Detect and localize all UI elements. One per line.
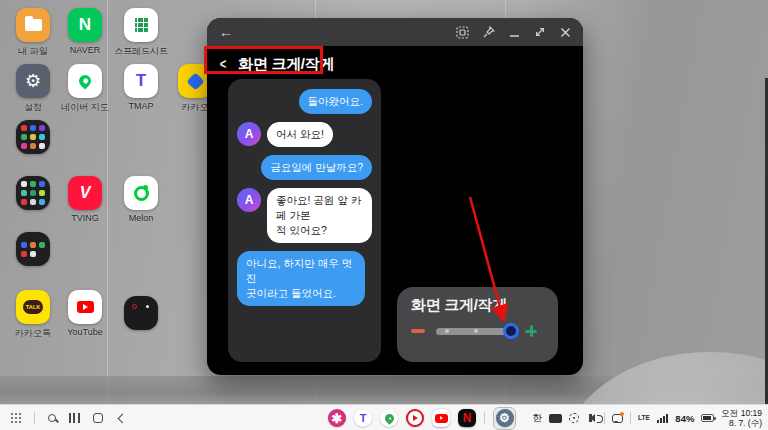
settings-gear-icon: ⚙ <box>496 409 514 427</box>
taskbar-settings-active[interactable]: ⚙ <box>493 407 516 430</box>
chat-row-received: A 어서 와요! <box>237 122 372 147</box>
divider <box>34 412 35 424</box>
taskbar: ✱ T N ⚙ 한 LTE 84% 오전 10:19 8. <box>0 404 768 430</box>
battery-percent: 84% <box>675 413 694 424</box>
desktop: 내 파일 N NAVER 스프레드시트 ⚙ 설정 네이버 지도 T TMAP 카… <box>0 0 768 430</box>
signal-bars-icon <box>657 414 669 423</box>
panel-title: 화면 크게/작게 <box>411 296 544 315</box>
desktop-icon-tmap[interactable]: T TMAP <box>113 64 169 111</box>
plus-icon[interactable] <box>525 325 537 337</box>
naver-icon: N <box>68 8 102 42</box>
sheets-icon <box>124 8 158 42</box>
taskbar-red-play-app-icon[interactable] <box>406 409 424 427</box>
tmap-icon: T <box>124 64 158 98</box>
desktop-icon-settings[interactable]: ⚙ 설정 <box>5 64 61 114</box>
popup-view-icon[interactable] <box>456 26 469 39</box>
network-type-indicator: LTE <box>638 415 650 421</box>
chat-bubble-sent: 금요일에 만날까요? <box>261 155 372 180</box>
icon-label: 내 파일 <box>18 45 48 58</box>
maximize-icon[interactable] <box>534 26 546 38</box>
chat-row-received: A 좋아요! 공원 앞 카페 가본 적 있어요? <box>237 188 372 243</box>
minimize-icon[interactable] <box>509 27 520 38</box>
icon-label: TVING <box>71 213 99 223</box>
desktop-icon-kakaotalk[interactable]: TALK 카카오톡 <box>5 290 61 340</box>
desktop-icon-melon[interactable]: Melon <box>113 176 169 223</box>
divider <box>604 412 605 424</box>
notification-bubble-icon[interactable] <box>612 414 623 423</box>
slider-handle[interactable] <box>503 323 519 339</box>
settings-icon: ⚙ <box>16 64 50 98</box>
minus-icon[interactable] <box>411 329 425 333</box>
icon-label: YouTube <box>67 327 102 337</box>
icon-label: 카카오톡 <box>15 327 51 340</box>
clock[interactable]: 오전 10:19 8. 7. (수) <box>721 408 762 428</box>
taskbar-youtube-icon[interactable] <box>432 409 450 427</box>
battery-icon <box>701 414 714 422</box>
speaker-icon[interactable] <box>586 414 595 422</box>
taskbar-flower-app-icon[interactable]: ✱ <box>328 409 346 427</box>
desktop-icon-youtube[interactable]: YouTube <box>57 290 113 337</box>
taskbar-maps-icon[interactable] <box>380 409 398 427</box>
home-icon[interactable] <box>93 413 103 423</box>
desktop-app-folder-3[interactable] <box>5 232 61 266</box>
kakaotalk-icon: TALK <box>16 290 50 324</box>
avatar: A <box>237 188 261 212</box>
app-folder-icon <box>16 232 50 266</box>
icon-label: Melon <box>129 213 154 223</box>
screen-zoom-panel: 화면 크게/작게 <box>397 287 558 362</box>
icon-label: 설정 <box>24 101 42 114</box>
taskbar-tmap-icon[interactable]: T <box>354 409 372 427</box>
dark-app-icon <box>124 296 158 330</box>
desktop-app-folder-1[interactable] <box>5 120 61 154</box>
pin-icon[interactable] <box>483 26 495 38</box>
chat-bubble-received: 좋아요! 공원 앞 카페 가본 적 있어요? <box>267 188 372 243</box>
date-label: 8. 7. (수) <box>721 418 762 428</box>
desktop-icon-dark-app[interactable] <box>113 296 169 330</box>
melon-icon <box>124 176 158 210</box>
desktop-icon-tving[interactable]: V TVING <box>57 176 113 223</box>
taskbar-netflix-icon[interactable]: N <box>458 409 476 427</box>
desktop-icon-naver-map[interactable]: 네이버 지도 <box>57 64 113 114</box>
divider <box>484 412 485 424</box>
tving-icon: V <box>68 176 102 210</box>
desktop-icon-my-files[interactable]: 내 파일 <box>5 8 61 58</box>
titlebar-back-button[interactable]: ← <box>219 24 233 40</box>
chat-bubble-sent: 아니요, 하지만 매우 멋진 곳이라고 들었어요. <box>237 251 365 306</box>
slider-tick <box>445 329 449 333</box>
smart-view-icon[interactable] <box>569 413 579 423</box>
youtube-icon <box>68 290 102 324</box>
icon-label: TMAP <box>128 101 153 111</box>
my-files-icon <box>16 8 50 42</box>
time-label: 오전 10:19 <box>721 408 762 418</box>
desktop-app-folder-2[interactable] <box>5 176 61 210</box>
language-indicator[interactable]: 한 <box>532 412 542 425</box>
recent-apps-icon[interactable] <box>69 413 79 423</box>
search-icon[interactable] <box>48 414 56 422</box>
desktop-icon-naver[interactable]: N NAVER <box>57 8 113 55</box>
back-icon[interactable] <box>116 415 126 422</box>
app-folder-icon <box>16 176 50 210</box>
icon-label: 카카오 <box>182 101 209 114</box>
naver-map-icon <box>68 64 102 98</box>
close-icon[interactable] <box>560 27 571 38</box>
avatar: A <box>237 122 261 146</box>
icon-label: 스프레드시트 <box>114 45 168 58</box>
zoom-slider[interactable] <box>436 328 514 335</box>
keyboard-icon[interactable] <box>549 414 562 423</box>
icon-label: NAVER <box>70 45 100 55</box>
divider <box>630 412 631 424</box>
chat-preview-panel: 돌아왔어요. A 어서 와요! 금요일에 만날까요? A 좋아요! 공원 앞 카… <box>228 79 381 362</box>
desktop-icon-sheets[interactable]: 스프레드시트 <box>113 8 169 58</box>
chat-bubble-received: 어서 와요! <box>267 122 333 147</box>
chat-bubble-sent: 돌아왔어요. <box>299 89 372 114</box>
icon-label: 네이버 지도 <box>61 101 109 114</box>
annotation-highlight-box <box>204 46 323 74</box>
app-folder-icon <box>16 120 50 154</box>
window-titlebar[interactable]: ← <box>207 18 583 46</box>
slider-tick <box>474 329 478 333</box>
